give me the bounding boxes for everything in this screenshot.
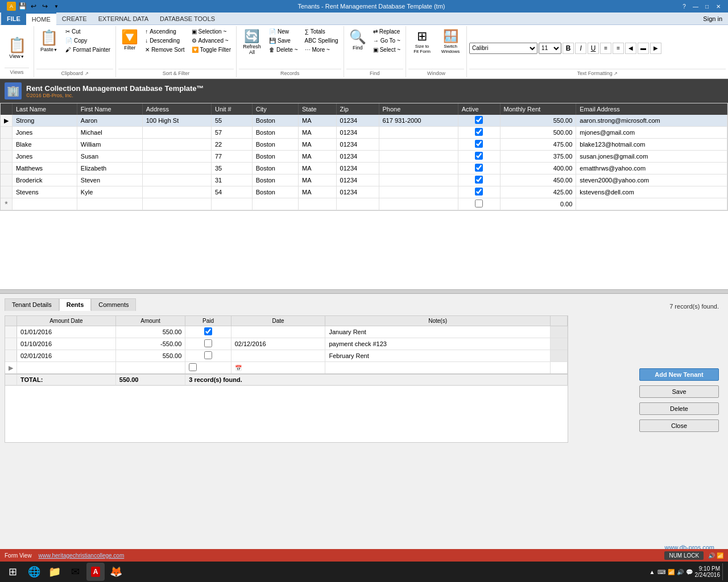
cell-address[interactable] <box>142 174 211 186</box>
minimize-button[interactable]: — <box>690 2 701 10</box>
cell-rent[interactable]: 500.00 <box>500 127 576 139</box>
sub-cell-paid[interactable] <box>185 326 231 338</box>
cell-rent[interactable]: 550.00 <box>500 115 576 127</box>
more-button[interactable]: ⋯More ~ <box>302 45 341 54</box>
cell-email[interactable]: blake123@hotmail.com <box>576 139 727 151</box>
file-menu[interactable]: FILE <box>1 13 26 25</box>
cell-last-name[interactable]: Jones <box>13 127 77 139</box>
align-left-button[interactable]: ◀ <box>625 43 636 54</box>
sub-new-paid-checkbox[interactable] <box>189 363 197 371</box>
replace-button[interactable]: ⇄Replace <box>370 27 403 36</box>
cell-phone[interactable] <box>379 151 458 163</box>
sub-cell-date[interactable] <box>231 326 325 338</box>
new-active-checkbox[interactable] <box>475 199 483 207</box>
cell-unit[interactable]: 54 <box>211 186 252 198</box>
cell-last-name[interactable]: Blake <box>13 139 77 151</box>
sub-cell-notes[interactable]: January Rent <box>325 326 550 338</box>
cell-unit[interactable]: 35 <box>211 163 252 174</box>
cell-rent[interactable]: 400.00 <box>500 163 576 174</box>
notes-area[interactable] <box>5 385 568 442</box>
start-button[interactable]: ⊞ <box>2 562 23 582</box>
cut-button[interactable]: ✂Cut <box>63 27 113 36</box>
sub-table-row[interactable]: 02/01/2016 550.00 February Rent <box>5 350 567 362</box>
cell-rent[interactable]: 375.00 <box>500 151 576 163</box>
external-data-tab[interactable]: EXTERNAL DATA <box>93 13 154 25</box>
sub-new-row-date[interactable] <box>17 362 116 375</box>
sub-cell-amount-date[interactable]: 01/01/2016 <box>17 326 116 338</box>
cell-email[interactable]: steven2000@yahoo.com <box>576 174 727 186</box>
cell-phone[interactable] <box>379 127 458 139</box>
descending-button[interactable]: ↓Descending <box>142 36 187 45</box>
paid-checkbox[interactable] <box>204 339 212 347</box>
sub-cell-amount-date[interactable]: 01/10/2016 <box>17 338 116 350</box>
cell-phone[interactable] <box>379 186 458 198</box>
split-divider[interactable] <box>0 289 728 294</box>
database-tools-tab[interactable]: DATABASE TOOLS <box>154 13 221 25</box>
sub-cell-amount[interactable]: 550.00 <box>115 350 185 362</box>
cell-active[interactable] <box>458 174 500 186</box>
cell-active[interactable] <box>458 186 500 198</box>
taskbar-firefox-icon[interactable]: 🦊 <box>107 563 125 581</box>
new-cell-active[interactable] <box>458 198 500 210</box>
cell-email[interactable]: aaron.strong@microsoft.com <box>576 115 727 127</box>
cell-last-name[interactable]: Strong <box>13 115 77 127</box>
sub-cell-amount-date[interactable]: 02/01/2016 <box>17 350 116 362</box>
sub-cell-notes[interactable]: payment check #123 <box>325 338 550 350</box>
cell-zip[interactable]: 01234 <box>336 186 379 198</box>
spelling-button[interactable]: ABCSpelling <box>302 36 341 45</box>
active-checkbox[interactable] <box>475 164 483 172</box>
cell-first-name[interactable]: Aaron <box>77 115 142 127</box>
cell-address[interactable] <box>142 151 211 163</box>
view-button[interactable]: 📋 View▼ <box>5 36 29 61</box>
size-fit-button[interactable]: ⊞ Size toFit Form <box>408 27 436 56</box>
sub-new-row-notes[interactable] <box>325 362 550 375</box>
refresh-button[interactable]: 🔄 RefreshAll <box>239 27 265 57</box>
numbering-button[interactable]: ≡ <box>613 43 624 54</box>
cell-state[interactable]: MA <box>299 127 337 139</box>
cell-rent[interactable]: 425.00 <box>500 186 576 198</box>
cell-city[interactable]: Boston <box>252 139 298 151</box>
active-checkbox[interactable] <box>475 188 483 196</box>
taskbar-outlook-icon[interactable]: ✉ <box>66 563 84 581</box>
new-table-row[interactable]: * 0.00 <box>1 198 727 210</box>
cell-city[interactable]: Boston <box>252 163 298 174</box>
italic-button[interactable]: I <box>575 43 586 54</box>
restore-button[interactable]: □ <box>702 2 712 10</box>
cell-city[interactable]: Boston <box>252 115 298 127</box>
ascending-button[interactable]: ↑Ascending <box>142 27 187 36</box>
sub-new-row-amount[interactable] <box>115 362 185 375</box>
table-row[interactable]: Stevens Kyle 54 Boston MA 01234 425.00 k… <box>1 186 727 198</box>
new-cell-last[interactable] <box>13 198 77 210</box>
cell-state[interactable]: MA <box>299 151 337 163</box>
cell-unit[interactable]: 55 <box>211 115 252 127</box>
sub-new-row-paid[interactable] <box>185 362 231 375</box>
cell-unit[interactable]: 22 <box>211 139 252 151</box>
home-tab[interactable]: HOME <box>26 13 56 25</box>
redo-button[interactable]: ↪ <box>40 1 50 11</box>
cell-phone[interactable] <box>379 174 458 186</box>
font-selector[interactable]: Calibri <box>469 43 537 54</box>
sub-table-row[interactable]: 01/01/2016 550.00 January Rent <box>5 326 567 338</box>
sub-cell-paid[interactable] <box>185 350 231 362</box>
save-record-button[interactable]: 💾Save <box>266 36 301 45</box>
sub-cell-notes[interactable]: February Rent <box>325 350 550 362</box>
tab-comments[interactable]: Comments <box>91 298 136 311</box>
paid-checkbox[interactable] <box>204 351 212 359</box>
create-tab[interactable]: CREATE <box>56 13 93 25</box>
new-cell-first[interactable] <box>77 198 142 210</box>
cell-state[interactable]: MA <box>299 139 337 151</box>
cell-address[interactable] <box>142 186 211 198</box>
cell-rent[interactable]: 450.00 <box>500 174 576 186</box>
cell-first-name[interactable]: William <box>77 139 142 151</box>
bold-button[interactable]: B <box>562 43 574 54</box>
sub-cell-paid[interactable] <box>185 338 231 350</box>
filter-button[interactable]: 🔽 Filter <box>118 27 141 69</box>
cell-zip[interactable]: 01234 <box>336 174 379 186</box>
sub-new-row-date2[interactable]: 📅 <box>231 362 325 375</box>
copy-button[interactable]: 📄Copy <box>63 36 113 45</box>
cell-email[interactable]: ematthrws@yahoo.com <box>576 163 727 174</box>
cell-first-name[interactable]: Elizabeth <box>77 163 142 174</box>
selection-button[interactable]: ▣Selection ~ <box>189 27 234 36</box>
undo-button[interactable]: ↩ <box>28 1 39 11</box>
active-checkbox[interactable] <box>475 128 483 136</box>
